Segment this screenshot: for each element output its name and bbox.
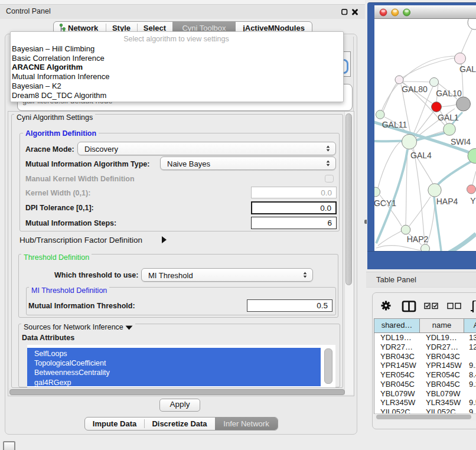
- svg-text:GAL10: GAL10: [436, 89, 462, 98]
- svg-text:GAL1: GAL1: [438, 113, 459, 122]
- svg-text:HAP4: HAP4: [436, 197, 458, 206]
- svg-text:HAP2: HAP2: [407, 234, 429, 244]
- svg-text:Y: Y: [470, 196, 476, 206]
- svg-text:GAL80: GAL80: [402, 84, 428, 94]
- svg-text:SWI4: SWI4: [451, 137, 471, 146]
- svg-text:GAL4: GAL4: [410, 151, 432, 160]
- svg-text:GAL7: GAL7: [459, 64, 476, 74]
- svg-text:GCY1: GCY1: [374, 198, 396, 208]
- svg-text:GAL11: GAL11: [382, 120, 407, 129]
